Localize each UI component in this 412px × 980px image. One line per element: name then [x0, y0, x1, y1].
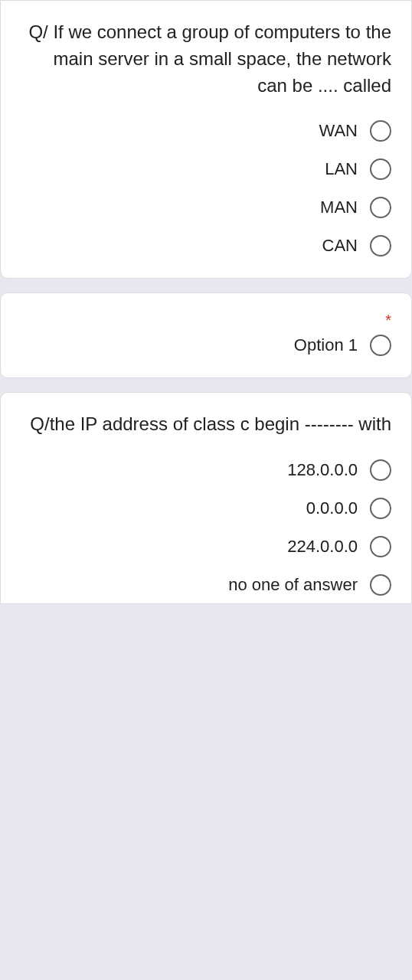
radio-icon	[370, 536, 391, 557]
option-label: Option 1	[294, 335, 358, 355]
radio-icon	[370, 498, 391, 519]
radio-icon	[370, 158, 391, 180]
option-label: 224.0.0.0	[287, 537, 358, 557]
option-man[interactable]: MAN	[320, 197, 391, 218]
radio-icon	[370, 197, 391, 218]
radio-icon	[370, 574, 391, 596]
radio-icon	[370, 459, 391, 481]
option-label: 128.0.0.0	[287, 460, 358, 480]
question-card-3: Q/the IP address of class c begin ------…	[0, 392, 412, 604]
option-label: CAN	[322, 236, 358, 256]
option-wan[interactable]: WAN	[319, 120, 391, 142]
option-none[interactable]: no one of answer	[228, 574, 391, 596]
question-text: Q/the IP address of class c begin ------…	[21, 411, 391, 438]
question-text: Q/ If we connect a group of computers to…	[21, 19, 391, 99]
options-group: WAN LAN MAN CAN	[21, 120, 391, 256]
option-label: LAN	[325, 159, 358, 179]
options-group: Option 1	[21, 335, 391, 356]
option-label: WAN	[319, 121, 358, 141]
option-224[interactable]: 224.0.0.0	[287, 536, 391, 557]
option-128[interactable]: 128.0.0.0	[287, 459, 391, 481]
option-label: no one of answer	[228, 575, 358, 595]
option-1[interactable]: Option 1	[294, 335, 391, 356]
question-card-2: * Option 1	[0, 292, 412, 378]
radio-icon	[370, 120, 391, 142]
radio-icon	[370, 235, 391, 256]
option-lan[interactable]: LAN	[325, 158, 391, 180]
radio-icon	[370, 335, 391, 356]
options-group: 128.0.0.0 0.0.0.0 224.0.0.0 no one of an…	[21, 459, 391, 596]
option-label: 0.0.0.0	[306, 498, 358, 518]
question-card-1: Q/ If we connect a group of computers to…	[0, 0, 412, 279]
option-label: MAN	[320, 198, 358, 217]
option-0[interactable]: 0.0.0.0	[306, 498, 391, 519]
option-can[interactable]: CAN	[322, 235, 391, 256]
required-mark: *	[21, 312, 391, 329]
